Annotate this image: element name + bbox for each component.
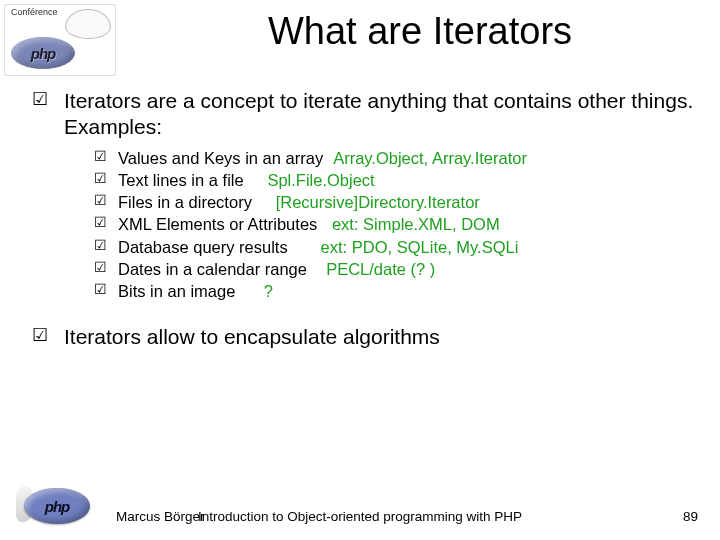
checkbox-icon: ☑ xyxy=(92,260,108,274)
sub-bullet-code: [Recursive]Directory.Iterator xyxy=(276,191,480,213)
sub-bullet: ☑ Dates in a calendar range PECL/date (?… xyxy=(92,258,696,280)
sub-bullet-code: PECL/date (? ) xyxy=(326,258,435,280)
bullet-1-text: Iterators are a concept to iterate anyth… xyxy=(64,88,696,141)
sub-bullet-code: Spl.File.Object xyxy=(267,169,374,191)
checkbox-icon: ☑ xyxy=(30,90,50,108)
sub-bullet-text: Files in a directory xyxy=(118,191,266,213)
sub-bullet: ☑ XML Elements or Attributes ext: Simple… xyxy=(92,213,696,235)
checkbox-icon: ☑ xyxy=(30,326,50,344)
slide: Conférence php What are Iterators ☑ Iter… xyxy=(0,0,720,540)
checkbox-icon: ☑ xyxy=(92,171,108,185)
sub-bullet: ☑ Values and Keys in an arrayArray.Objec… xyxy=(92,147,696,169)
slide-title: What are Iterators xyxy=(140,10,700,53)
sub-bullet: ☑ Bits in an image ? xyxy=(92,280,696,302)
sub-bullet-code: ? xyxy=(264,280,273,302)
footer-title: Introduction to Object-oriented programm… xyxy=(0,509,720,524)
bullet-2: ☑ Iterators allow to encapsulate algorit… xyxy=(30,324,696,350)
checkbox-icon: ☑ xyxy=(92,215,108,229)
slide-content: ☑ Iterators are a concept to iterate any… xyxy=(30,88,696,351)
checkbox-icon: ☑ xyxy=(92,238,108,252)
sub-bullet-code: ext: PDO, SQLite, My.SQLi xyxy=(321,236,519,258)
sub-bullet-text: Bits in an image xyxy=(118,280,254,302)
sub-bullet-text: Text lines in a file xyxy=(118,169,257,191)
sub-bullet-code: Array.Object, Array.Iterator xyxy=(333,147,527,169)
bullet-2-text: Iterators allow to encapsulate algorithm… xyxy=(64,324,440,350)
checkbox-icon: ☑ xyxy=(92,149,108,163)
php-oval-icon: php xyxy=(11,37,75,69)
bullet-1: ☑ Iterators are a concept to iterate any… xyxy=(30,88,696,141)
checkbox-icon: ☑ xyxy=(92,282,108,296)
checkbox-icon: ☑ xyxy=(92,193,108,207)
sub-bullet: ☑ Text lines in a file Spl.File.Object xyxy=(92,169,696,191)
sub-bullet-text: XML Elements or Attributes xyxy=(118,213,322,235)
sub-bullet: ☑ Files in a directory [Recursive]Direct… xyxy=(92,191,696,213)
sub-bullet-text: Database query results xyxy=(118,236,311,258)
sub-bullet: ☑ Database query results ext: PDO, SQLit… xyxy=(92,236,696,258)
conference-php-logo: Conférence php xyxy=(4,4,116,76)
sub-bullet-text: Values and Keys in an array xyxy=(118,147,323,169)
sub-bullet-text: Dates in a calendar range xyxy=(118,258,316,280)
elephant-icon xyxy=(65,9,111,39)
conference-label: Conférence xyxy=(11,8,58,17)
sub-bullet-list: ☑ Values and Keys in an arrayArray.Objec… xyxy=(92,147,696,303)
php-text: php xyxy=(31,45,56,62)
sub-bullet-code: ext: Simple.XML, DOM xyxy=(332,213,500,235)
footer-page-number: 89 xyxy=(683,509,698,524)
